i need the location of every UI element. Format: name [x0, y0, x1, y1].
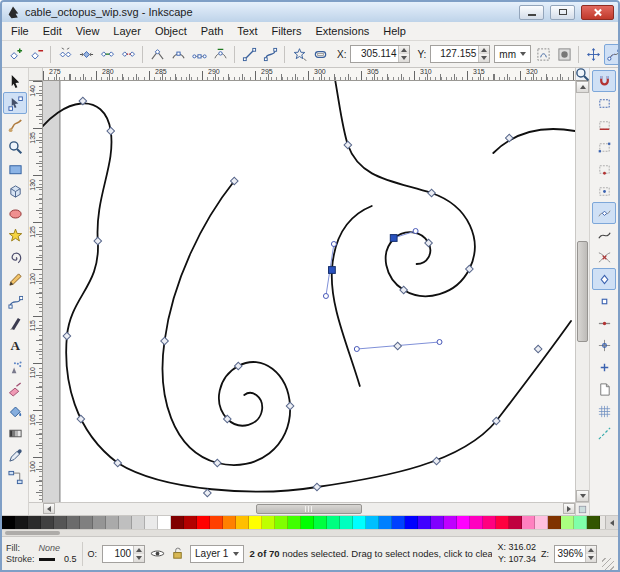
resize-grip[interactable]	[602, 558, 614, 570]
palette-swatch[interactable]	[353, 516, 366, 529]
make-auto-button[interactable]	[210, 44, 230, 65]
snap-rotation-center-button[interactable]	[592, 356, 616, 378]
palette-swatch[interactable]	[2, 516, 15, 529]
edit-mask-button[interactable]	[554, 44, 574, 65]
zoom-button[interactable]	[3, 136, 27, 158]
palette-swatch[interactable]	[314, 516, 327, 529]
menu-view[interactable]: View	[69, 23, 107, 39]
menu-filters[interactable]: Filters	[265, 23, 309, 39]
handle-endpoint[interactable]	[331, 242, 336, 247]
calligraphy-button[interactable]	[3, 312, 27, 334]
vertical-scrollbar[interactable]	[575, 81, 589, 502]
bezier-pen-button[interactable]	[3, 290, 27, 312]
handle-endpoint[interactable]	[354, 347, 359, 352]
snap-grid-button[interactable]	[592, 400, 616, 422]
join-nodes-button[interactable]	[76, 44, 96, 65]
palette-swatch[interactable]	[184, 516, 197, 529]
palette-swatch[interactable]	[366, 516, 379, 529]
palette-scrollbar[interactable]	[2, 529, 618, 536]
horizontal-scrollbar[interactable]	[43, 502, 575, 515]
object-to-path-button[interactable]	[289, 44, 309, 65]
selected-node[interactable]	[329, 267, 336, 274]
spray-button[interactable]	[3, 356, 27, 378]
segment-to-curve-button[interactable]	[260, 44, 280, 65]
palette-swatch[interactable]	[132, 516, 145, 529]
star-button[interactable]	[3, 224, 27, 246]
snap-path-button[interactable]	[592, 224, 616, 246]
palette-swatch[interactable]	[236, 516, 249, 529]
delete-node-button[interactable]	[26, 44, 46, 65]
palette-swatch[interactable]	[574, 516, 587, 529]
cms-toggle-button[interactable]	[575, 502, 589, 515]
eraser-button[interactable]	[3, 378, 27, 400]
zoom-spinner[interactable]: 396%	[554, 545, 597, 563]
rectangle-button[interactable]	[3, 158, 27, 180]
opacity-spinner[interactable]: 100	[102, 545, 145, 563]
tweak-button[interactable]	[3, 114, 27, 136]
vertical-scroll-thumb[interactable]	[577, 241, 588, 342]
palette-swatch[interactable]	[379, 516, 392, 529]
snap-nodes-button[interactable]	[592, 202, 616, 224]
palette-swatch[interactable]	[392, 516, 405, 529]
connector-button[interactable]	[3, 466, 27, 488]
show-transform-handles-button[interactable]	[583, 44, 603, 65]
join-with-segment-button[interactable]	[97, 44, 117, 65]
layer-dropdown[interactable]: Layer 1	[190, 545, 244, 563]
snap-bbox-button[interactable]	[592, 92, 616, 114]
palette-swatch[interactable]	[145, 516, 158, 529]
close-button[interactable]	[581, 5, 614, 20]
palette-swatch[interactable]	[483, 516, 496, 529]
palette-swatch[interactable]	[470, 516, 483, 529]
palette-swatch[interactable]	[288, 516, 301, 529]
palette-swatch[interactable]	[106, 516, 119, 529]
ellipse-button[interactable]	[3, 202, 27, 224]
snap-midpoint-button[interactable]	[592, 312, 616, 334]
scroll-right-button[interactable]	[563, 503, 575, 514]
palette-swatch[interactable]	[418, 516, 431, 529]
palette-swatch[interactable]	[210, 516, 223, 529]
menu-layer[interactable]: Layer	[106, 23, 148, 39]
sticky-zoom-button[interactable]	[575, 68, 589, 81]
palette-swatch[interactable]	[197, 516, 210, 529]
palette-swatch[interactable]	[496, 516, 509, 529]
snap-path-intersection-button[interactable]	[592, 246, 616, 268]
scroll-down-button[interactable]	[576, 490, 589, 502]
palette-swatch[interactable]	[15, 516, 28, 529]
palette-swatch[interactable]	[41, 516, 54, 529]
minimize-button[interactable]	[519, 5, 544, 20]
palette-swatch[interactable]	[509, 516, 522, 529]
palette-swatch[interactable]	[158, 516, 171, 529]
snap-guide-button[interactable]	[592, 422, 616, 444]
handle-endpoint[interactable]	[413, 229, 418, 234]
selector-button[interactable]	[3, 70, 27, 92]
menu-edit[interactable]: Edit	[36, 23, 69, 39]
horizontal-ruler[interactable]: 275280285290295300305310315320	[43, 68, 575, 81]
break-path-button[interactable]	[55, 44, 75, 65]
palette-swatch[interactable]	[405, 516, 418, 529]
palette-swatch[interactable]	[301, 516, 314, 529]
palette-swatch[interactable]	[223, 516, 236, 529]
canvas[interactable]	[43, 81, 575, 502]
palette-swatch[interactable]	[67, 516, 80, 529]
menu-object[interactable]: Object	[148, 23, 194, 39]
stroke-to-path-button[interactable]	[310, 44, 330, 65]
menu-help[interactable]: Help	[376, 23, 413, 39]
paint-bucket-button[interactable]	[3, 400, 27, 422]
selected-node[interactable]	[390, 235, 397, 242]
palette-swatch[interactable]	[548, 516, 561, 529]
layer-lock-icon[interactable]	[170, 546, 185, 561]
palette-swatch[interactable]	[54, 516, 67, 529]
edit-clip-path-button[interactable]	[533, 44, 553, 65]
handle-endpoint[interactable]	[437, 340, 442, 345]
menu-extensions[interactable]: Extensions	[308, 23, 376, 39]
dropper-button[interactable]	[3, 444, 27, 466]
make-symmetric-button[interactable]	[189, 44, 209, 65]
titlebar[interactable]: cable_octopus_wip.svg - Inkscape	[2, 2, 618, 22]
palette-swatch[interactable]	[444, 516, 457, 529]
make-smooth-button[interactable]	[168, 44, 188, 65]
palette-swatch[interactable]	[327, 516, 340, 529]
snap-page-border-button[interactable]	[592, 378, 616, 400]
snap-bbox-corner-button[interactable]	[592, 136, 616, 158]
palette-swatch[interactable]	[28, 516, 41, 529]
show-bezier-handles-button[interactable]	[604, 44, 620, 65]
